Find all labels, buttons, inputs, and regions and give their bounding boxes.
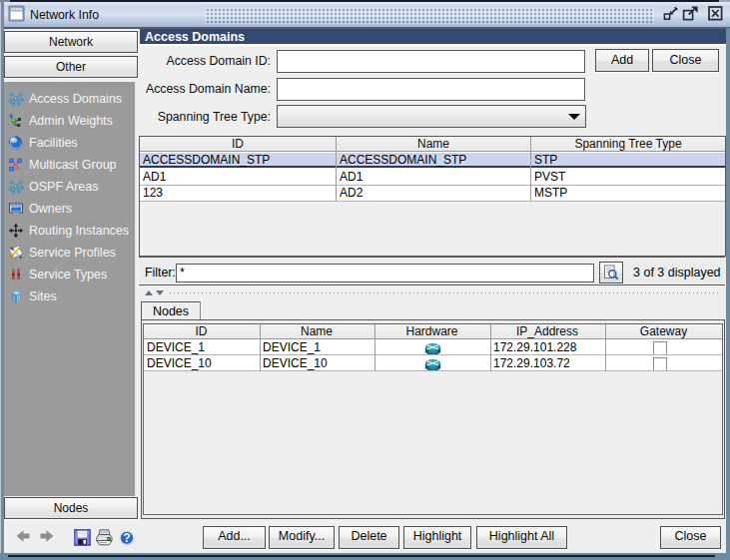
svg-text:?: ? — [123, 531, 130, 545]
